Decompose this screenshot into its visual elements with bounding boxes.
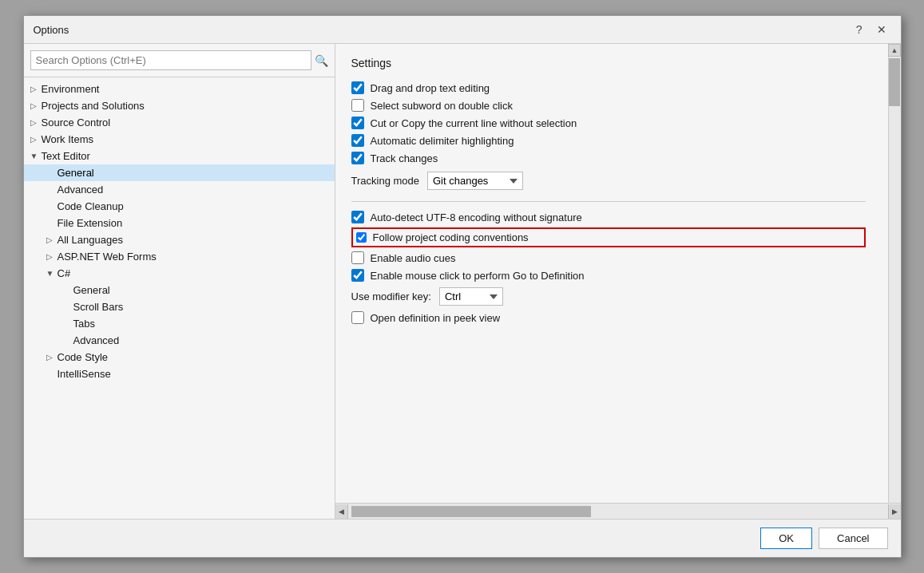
- checkbox-cut-copy[interactable]: [351, 117, 364, 129]
- tree-item-environment[interactable]: ▷Environment: [24, 81, 335, 97]
- checkboxes-group2: Auto-detect UTF-8 encoding without signa…: [351, 208, 866, 284]
- tree-label-work-items: Work Items: [42, 133, 94, 145]
- checkboxes-group1: Drag and drop text editingSelect subword…: [351, 79, 866, 167]
- settings-title: Settings: [351, 57, 866, 69]
- right-scrollbar[interactable]: ▲: [888, 44, 901, 503]
- checkbox-row-utf8: Auto-detect UTF-8 encoding without signa…: [351, 208, 866, 226]
- search-input[interactable]: [30, 50, 311, 70]
- modifier-key-select[interactable]: CtrlAltShift: [439, 287, 503, 306]
- checkbox-row-auto-delimiter: Automatic delimiter highlighting: [351, 132, 866, 149]
- checkbox-track-changes[interactable]: [351, 152, 364, 164]
- tree-label-csharp: C#: [58, 267, 71, 279]
- tree-arrow-work-items: ▷: [30, 135, 38, 144]
- dialog-title: Options: [34, 24, 69, 36]
- close-button[interactable]: ✕: [872, 22, 891, 37]
- checkbox-auto-delimiter[interactable]: [351, 134, 364, 147]
- tree-label-tabs: Tabs: [73, 318, 95, 330]
- checkbox-label-audio-cues[interactable]: Enable audio cues: [371, 252, 456, 264]
- checkbox-drag-drop[interactable]: [351, 81, 364, 94]
- tree-item-all-languages[interactable]: ▷All Languages: [24, 231, 335, 248]
- checkbox-label-select-subword[interactable]: Select subword on double click: [371, 100, 514, 112]
- checkbox-row-track-changes: Track changes: [351, 149, 866, 167]
- tree-item-intellisense[interactable]: IntelliSense: [24, 366, 335, 382]
- help-button[interactable]: ?: [851, 22, 867, 37]
- scroll-up-arrow[interactable]: ▲: [888, 44, 901, 57]
- tree-arrow-csharp: ▼: [46, 269, 54, 278]
- right-panel: ▲ Settings Drag and drop text editingSel…: [335, 44, 901, 519]
- tree-item-source-control[interactable]: ▷Source Control: [24, 114, 335, 131]
- options-dialog: Options ? ✕ 🔍 ▷Environment▷Projects and …: [23, 15, 902, 558]
- tree-arrow-all-languages: ▷: [46, 235, 54, 244]
- tree-item-text-editor[interactable]: ▼Text Editor: [24, 148, 335, 164]
- tree-arrow-code-style: ▷: [46, 353, 54, 362]
- checkbox-label-track-changes[interactable]: Track changes: [371, 152, 438, 164]
- scroll-left-arrow[interactable]: ◀: [335, 504, 348, 519]
- footer: OK Cancel: [24, 519, 901, 557]
- tree-item-csharp-general[interactable]: General: [24, 282, 335, 298]
- checkbox-open-definition[interactable]: [351, 311, 364, 324]
- bottom-scroll-thumb[interactable]: [351, 506, 591, 517]
- checkbox-utf8[interactable]: [351, 211, 364, 223]
- checkbox-label-drag-drop[interactable]: Drag and drop text editing: [371, 82, 490, 94]
- ok-button[interactable]: OK: [760, 528, 812, 549]
- tree-arrow-aspnet-web-forms: ▷: [46, 252, 54, 261]
- search-icon: 🔍: [315, 54, 328, 67]
- tree-arrow-environment: ▷: [30, 85, 38, 93]
- tree-item-work-items[interactable]: ▷Work Items: [24, 131, 335, 148]
- title-bar-controls: ? ✕: [851, 22, 891, 37]
- tree-label-scroll-bars: Scroll Bars: [73, 301, 124, 313]
- tree-item-csharp[interactable]: ▼C#: [24, 265, 335, 282]
- search-box: 🔍: [24, 44, 335, 77]
- tree-label-aspnet-web-forms: ASP.NET Web Forms: [58, 251, 157, 263]
- tree: ▷Environment▷Projects and Solutions▷Sour…: [24, 77, 335, 519]
- checkbox-label-mouse-click[interactable]: Enable mouse click to perform Go to Defi…: [371, 270, 585, 282]
- checkbox-select-subword[interactable]: [351, 99, 364, 112]
- tree-item-projects-solutions[interactable]: ▷Projects and Solutions: [24, 97, 335, 114]
- tree-label-environment: Environment: [42, 83, 100, 95]
- tree-label-intellisense: IntelliSense: [58, 368, 111, 380]
- tree-label-csharp-general: General: [73, 284, 110, 296]
- tree-arrow-text-editor: ▼: [30, 152, 38, 160]
- tracking-mode-row: Tracking mode Git changesAuthor changesA…: [351, 167, 866, 195]
- checkbox-label-follow-project[interactable]: Follow project coding conventions: [373, 231, 529, 243]
- cancel-button[interactable]: Cancel: [819, 528, 887, 549]
- checkbox-row-audio-cues: Enable audio cues: [351, 249, 866, 267]
- settings-area: Settings Drag and drop text editingSelec…: [335, 44, 888, 503]
- tree-label-code-cleanup: Code Cleanup: [58, 200, 124, 212]
- tree-item-general[interactable]: General: [24, 164, 335, 181]
- tree-item-file-extension[interactable]: File Extension: [24, 215, 335, 231]
- tree-item-code-cleanup[interactable]: Code Cleanup: [24, 198, 335, 215]
- title-bar: Options ? ✕: [24, 16, 901, 44]
- bottom-scrollbar: ◀ ▶: [335, 503, 901, 519]
- checkbox-mouse-click[interactable]: [351, 269, 364, 282]
- scroll-right-arrow[interactable]: ▶: [888, 504, 901, 519]
- checkboxes-group3: Open definition in peek view: [351, 309, 866, 326]
- tree-item-csharp-advanced[interactable]: Advanced: [24, 332, 335, 349]
- tree-item-code-style[interactable]: ▷Code Style: [24, 349, 335, 366]
- checkbox-label-cut-copy[interactable]: Cut or Copy the current line without sel…: [371, 117, 577, 129]
- checkbox-row-cut-copy: Cut or Copy the current line without sel…: [351, 114, 866, 132]
- tree-item-advanced[interactable]: Advanced: [24, 181, 335, 198]
- dialog-body: 🔍 ▷Environment▷Projects and Solutions▷So…: [24, 44, 901, 519]
- checkbox-label-utf8[interactable]: Auto-detect UTF-8 encoding without signa…: [371, 211, 582, 223]
- tree-item-tabs[interactable]: Tabs: [24, 315, 335, 332]
- checkbox-label-open-definition[interactable]: Open definition in peek view: [371, 312, 501, 324]
- scroll-thumb[interactable]: [889, 58, 900, 106]
- tracking-mode-label: Tracking mode: [351, 175, 420, 187]
- checkbox-follow-project[interactable]: [356, 232, 367, 243]
- tree-item-scroll-bars[interactable]: Scroll Bars: [24, 298, 335, 315]
- tree-label-source-control: Source Control: [42, 117, 111, 128]
- left-panel: 🔍 ▷Environment▷Projects and Solutions▷So…: [24, 44, 335, 519]
- tree-label-text-editor: Text Editor: [42, 150, 90, 162]
- tree-arrow-projects-solutions: ▷: [30, 101, 38, 110]
- checkbox-audio-cues[interactable]: [351, 251, 364, 264]
- tracking-mode-select[interactable]: Git changesAuthor changesAll changes: [427, 172, 523, 190]
- checkbox-row-select-subword: Select subword on double click: [351, 97, 866, 114]
- tree-item-aspnet-web-forms[interactable]: ▷ASP.NET Web Forms: [24, 248, 335, 265]
- tree-label-projects-solutions: Projects and Solutions: [42, 100, 145, 112]
- modifier-key-row: Use modifier key: CtrlAltShift: [351, 284, 866, 309]
- tree-label-file-extension: File Extension: [58, 217, 123, 229]
- checkbox-label-auto-delimiter[interactable]: Automatic delimiter highlighting: [371, 135, 514, 147]
- divider: [351, 201, 866, 202]
- tree-label-csharp-advanced: Advanced: [73, 334, 120, 346]
